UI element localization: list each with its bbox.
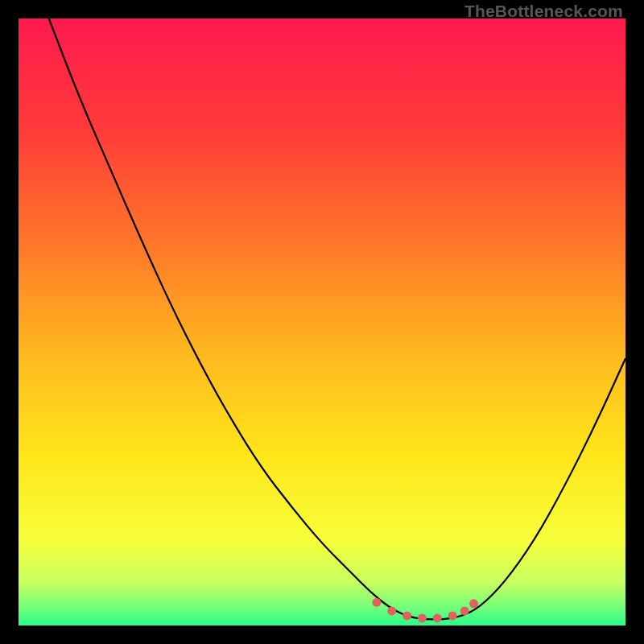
chart-frame bbox=[19, 19, 625, 625]
optimal-marker bbox=[448, 611, 457, 620]
optimal-marker bbox=[460, 606, 469, 615]
optimal-marker bbox=[418, 613, 427, 622]
gradient-background bbox=[19, 19, 625, 625]
bottleneck-chart bbox=[19, 19, 625, 625]
optimal-marker bbox=[469, 599, 478, 608]
optimal-marker bbox=[387, 606, 396, 615]
watermark-text: TheBottleneck.com bbox=[464, 2, 623, 21]
optimal-marker bbox=[372, 598, 381, 607]
optimal-marker bbox=[433, 613, 442, 622]
optimal-marker bbox=[402, 611, 411, 620]
